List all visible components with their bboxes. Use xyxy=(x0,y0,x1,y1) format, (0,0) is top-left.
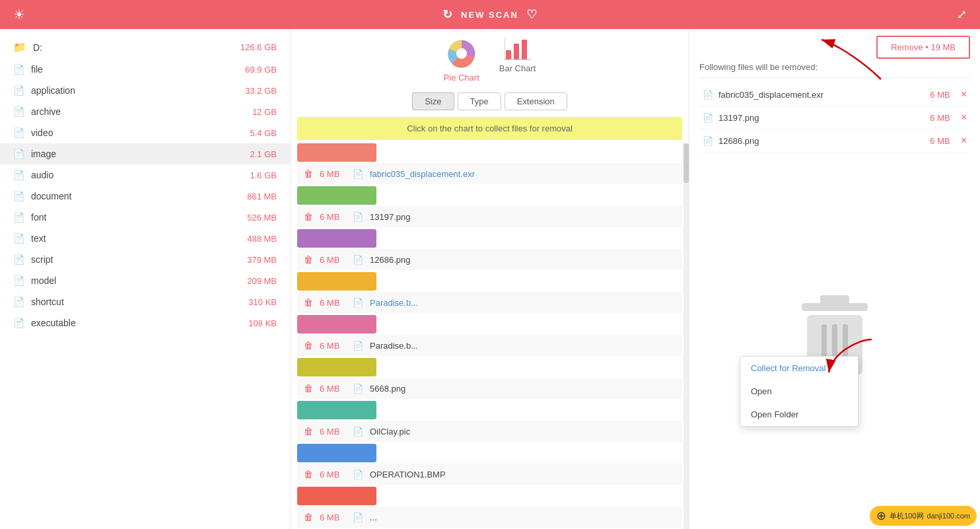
remove-button[interactable]: Remove • 19 MB xyxy=(876,36,970,59)
trash-icon: 🗑 xyxy=(304,469,313,479)
file-type-icon: 📄 xyxy=(353,212,363,222)
remove-item-close[interactable]: × xyxy=(961,88,967,100)
file-name[interactable]: 12686.png xyxy=(370,255,676,265)
sidebar-item-model[interactable]: 📄model209 MB xyxy=(0,270,290,291)
trash-icon: 🗑 xyxy=(304,340,313,351)
header-center: ↻ NEW SCAN ♡ xyxy=(442,7,538,22)
sidebar-item-size: 379 MB xyxy=(247,255,277,265)
sidebar-item-script[interactable]: 📄script379 MB xyxy=(0,249,290,270)
sidebar-item-size: 2.1 GB xyxy=(250,149,277,159)
svg-rect-4 xyxy=(522,40,527,59)
file-row[interactable]: 🗑6 MB📄13197.png xyxy=(297,206,682,227)
tab-extension[interactable]: Extension xyxy=(505,92,567,110)
context-open-folder[interactable]: Open Folder xyxy=(740,403,858,426)
file-name[interactable]: ... xyxy=(370,512,676,522)
sidebar-item-font[interactable]: 📄font526 MB xyxy=(0,207,290,228)
sidebar-item-executable[interactable]: 📄executable108 KB xyxy=(0,312,290,334)
file-row[interactable]: 🗑6 MB📄Paradise.b... xyxy=(297,292,682,313)
file-icon: 📄 xyxy=(13,318,24,328)
sidebar-item-size: 209 MB xyxy=(247,276,277,286)
removal-item: 📄13197.png6 MB× xyxy=(699,106,970,129)
sidebar-item-document[interactable]: 📄document861 MB xyxy=(0,186,290,207)
file-icon: 📄 xyxy=(13,297,24,307)
sidebar-item-image[interactable]: 📄image2.1 GB xyxy=(0,143,290,164)
sun-icon[interactable]: ☀ xyxy=(13,7,25,22)
sidebar-item-archive[interactable]: 📄archive12 GB xyxy=(0,101,290,122)
svg-rect-3 xyxy=(514,44,519,59)
sidebar-item-file[interactable]: 📄file69.9 GB xyxy=(0,59,290,80)
sidebar-item-name: font xyxy=(31,212,240,223)
remove-item-close[interactable]: × xyxy=(961,112,967,123)
tab-size[interactable]: Size xyxy=(412,92,454,110)
file-color-bar xyxy=(297,487,376,505)
file-name[interactable]: OPERATION1.BMP xyxy=(370,470,676,479)
tab-bar-chart[interactable]: Bar Chart xyxy=(499,37,536,83)
file-list[interactable]: 🗑6 MB📄fabric035_displacement.exr🗑6 MB📄13… xyxy=(291,143,689,529)
sidebar-item-text[interactable]: 📄text488 MB xyxy=(0,228,290,249)
file-row[interactable]: 🗑6 MB📄... xyxy=(297,507,682,528)
sidebar-item-d:[interactable]: 📁D:126.6 GB xyxy=(0,36,290,59)
file-type-icon: 📄 xyxy=(353,427,363,437)
sidebar-item-size: 488 MB xyxy=(247,234,277,244)
following-text: Following files will be removed: xyxy=(699,62,970,78)
sidebar-item-video[interactable]: 📄video5.4 GB xyxy=(0,122,290,143)
file-row[interactable]: 🗑6 MB📄5668.png xyxy=(297,378,682,399)
notice-bar: Click on the chart to collect files for … xyxy=(297,117,682,140)
file-icon: 📄 xyxy=(703,113,713,123)
trash-icon: 🗑 xyxy=(304,254,313,265)
file-color-bar xyxy=(297,272,376,291)
file-name[interactable]: 13197.png xyxy=(370,212,676,222)
remove-item-close[interactable]: × xyxy=(961,135,967,147)
file-group: 🗑6 MB📄Paradise.b... xyxy=(297,272,682,313)
trash-icon: 🗑 xyxy=(304,211,313,222)
sidebar-item-audio[interactable]: 📄audio1.6 GB xyxy=(0,164,290,186)
sidebar-item-size: 5.4 GB xyxy=(250,128,277,138)
file-row[interactable]: 🗑6 MB📄12686.png xyxy=(297,249,682,270)
context-collect[interactable]: Collect for Removal xyxy=(740,357,858,380)
sidebar-item-size: 526 MB xyxy=(247,213,277,223)
trash-illustration xyxy=(699,153,970,522)
trash-icon: 🗑 xyxy=(304,297,313,308)
file-row[interactable]: 🗑6 MB📄Paradise.b... xyxy=(297,335,682,356)
main-layout: 📁D:126.6 GB📄file69.9 GB📄application33.2 … xyxy=(0,29,980,529)
file-size: 6 MB xyxy=(320,298,346,308)
sidebar-item-name: model xyxy=(31,275,240,286)
sidebar-item-name: D: xyxy=(33,42,234,53)
trash-icon: 🗑 xyxy=(304,426,313,437)
file-type-icon: 📄 xyxy=(353,298,363,308)
file-row[interactable]: 🗑6 MB📄fabric035_displacement.exr xyxy=(297,163,682,184)
tab-pie-chart[interactable]: Pie Chart xyxy=(444,37,479,83)
removal-item-name: fabric035_displacement.exr xyxy=(718,90,925,100)
file-name[interactable]: fabric035_displacement.exr xyxy=(370,169,676,179)
file-row[interactable]: 🗑6 MB📄OPERATION1.BMP xyxy=(297,464,682,485)
file-icon: 📄 xyxy=(13,212,24,223)
sidebar-item-shortcut[interactable]: 📄shortcut310 KB xyxy=(0,291,290,312)
file-type-icon: 📄 xyxy=(353,255,363,265)
file-name[interactable]: OilClay.pic xyxy=(370,427,676,437)
file-name[interactable]: Paradise.b... xyxy=(370,341,676,351)
heart-icon[interactable]: ♡ xyxy=(526,7,538,22)
file-type-icon: 📄 xyxy=(353,384,363,394)
file-icon: 📄 xyxy=(13,106,24,117)
file-icon: 📄 xyxy=(13,254,24,265)
arrow-to-remove xyxy=(808,33,888,86)
tab-type[interactable]: Type xyxy=(458,92,501,110)
new-scan-label[interactable]: NEW SCAN xyxy=(461,10,518,20)
context-open[interactable]: Open xyxy=(740,380,858,403)
share-icon[interactable]: ⤢ xyxy=(957,7,967,22)
sidebar-item-size: 310 KB xyxy=(248,297,277,307)
file-name[interactable]: 5668.png xyxy=(370,384,676,394)
file-name[interactable]: Paradise.b... xyxy=(370,298,676,308)
sidebar-item-application[interactable]: 📄application33.2 GB xyxy=(0,80,290,101)
file-size: 6 MB xyxy=(320,384,346,394)
file-icon: 📄 xyxy=(13,233,24,244)
sidebar-item-name: shortcut xyxy=(31,297,242,307)
removal-list: 📄fabric035_displacement.exr6 MB×📄13197.p… xyxy=(699,83,970,153)
removal-item-size: 6 MB xyxy=(930,136,950,146)
sidebar-item-name: document xyxy=(31,191,240,201)
file-row[interactable]: 🗑6 MB📄OilClay.pic xyxy=(297,421,682,442)
center-panel: Pie Chart Bar Chart Size Type Extension … xyxy=(291,29,689,529)
file-size: 6 MB xyxy=(320,470,346,479)
file-icon: 📄 xyxy=(13,127,24,138)
context-menu: Collect for Removal Open Open Folder xyxy=(740,356,858,427)
